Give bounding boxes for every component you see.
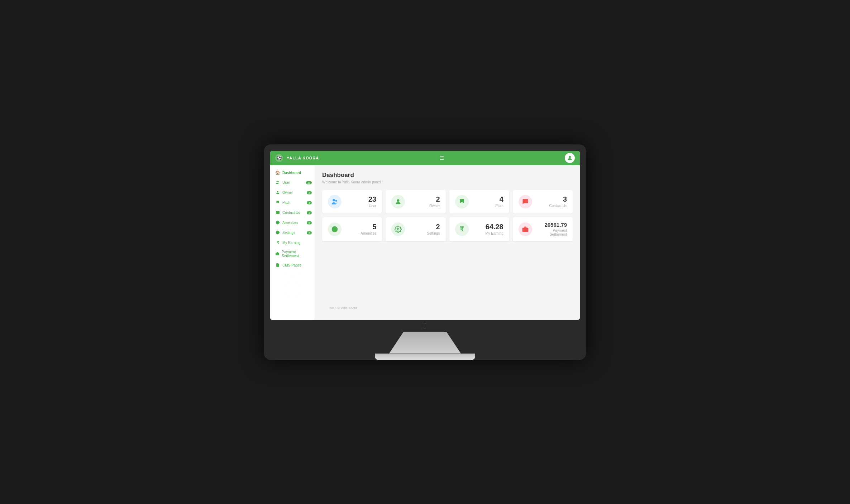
pitch-stat-icon [455, 195, 469, 208]
payment-stat-number: 26561.79 [536, 222, 567, 227]
contact-stat-number: 3 [536, 196, 567, 203]
sidebar-item-dashboard[interactable]: 🏠 Dashboard [270, 168, 315, 178]
stats-grid-row1: 23 User 2 Own [322, 190, 573, 213]
sidebar: 🏠 Dashboard User 23 [270, 165, 315, 320]
user-stat-label: User [346, 204, 376, 208]
navbar: ⚽ YALLA KOORA ☰ [270, 151, 580, 165]
monitor: ⚽ YALLA KOORA ☰ 🏠 Dashboar [264, 144, 586, 360]
stats-grid-row2: 5 Amenities 2 [322, 217, 573, 241]
stat-card-owner[interactable]: 2 Owner [386, 190, 445, 213]
monitor-base [375, 354, 475, 360]
pitch-icon [275, 200, 280, 205]
pitch-badge: 4 [307, 201, 312, 204]
stat-card-payment[interactable]: 26561.79 Payment Settlement [513, 217, 573, 241]
svg-point-21 [397, 228, 399, 230]
sidebar-item-earning[interactable]: ₹ My Earning [270, 238, 315, 248]
avatar[interactable] [565, 153, 575, 163]
stat-card-earning[interactable]: ₹ 64.28 My Earning [449, 217, 509, 241]
earning-icon: ₹ [275, 240, 280, 245]
sidebar-label-earning: My Earning [282, 241, 301, 245]
user-badge: 23 [306, 181, 312, 184]
monitor-stand [389, 332, 461, 354]
page-title: Dashboard [322, 172, 573, 179]
amenities-stat-icon [328, 222, 342, 236]
sidebar-item-pitch[interactable]: Pitch 4 [270, 198, 315, 208]
svg-marker-10 [290, 269, 294, 273]
amenities-icon [275, 220, 280, 225]
payment-stat-icon [519, 222, 532, 236]
amenities-stat-number: 5 [346, 223, 376, 230]
footer: 2018 © Yalla Koora. [322, 241, 573, 313]
sidebar-item-owner[interactable]: Owner 2 [270, 188, 315, 198]
amenities-stat-label: Amenities [346, 231, 376, 235]
apple-logo:  [270, 321, 580, 331]
contact-badge: 3 [307, 211, 312, 214]
owner-badge: 2 [307, 191, 312, 194]
sidebar-item-settings[interactable]: Settings 2 [270, 228, 315, 238]
settings-stat-icon [391, 222, 405, 236]
page-subtitle: Welcome to Yalla Koora admin panel ! [322, 180, 573, 184]
owner-stat-info: 2 Owner [409, 196, 440, 208]
menu-icon[interactable]: ☰ [440, 155, 444, 161]
sidebar-label-owner: Owner [282, 191, 293, 195]
svg-point-17 [397, 199, 400, 202]
settings-stat-label: Settings [409, 231, 440, 235]
main-area: 🏠 Dashboard User 23 [270, 165, 580, 320]
stat-card-user[interactable]: 23 User [322, 190, 382, 213]
svg-marker-14 [291, 283, 295, 287]
brand-icon: ⚽ [275, 154, 283, 162]
contact-stat-icon [519, 195, 532, 208]
contact-icon [275, 210, 280, 215]
stat-card-pitch[interactable]: 4 Pitch [449, 190, 509, 213]
settings-stat-info: 2 Settings [409, 223, 440, 235]
stat-card-settings[interactable]: 2 Settings [386, 217, 445, 241]
sidebar-label-amenities: Amenities [282, 221, 298, 225]
svg-point-0 [569, 156, 571, 158]
sidebar-item-contact[interactable]: Contact Us 3 [270, 208, 315, 218]
sidebar-decoration [270, 255, 315, 320]
contact-stat-info: 3 Contact Us [536, 196, 567, 208]
svg-rect-22 [522, 227, 528, 232]
pitch-stat-number: 4 [473, 196, 503, 203]
earning-stat-number: 64.28 [473, 223, 503, 230]
sidebar-label-pitch: Pitch [282, 201, 290, 205]
settings-icon [275, 230, 280, 235]
screen: ⚽ YALLA KOORA ☰ 🏠 Dashboar [270, 151, 580, 320]
sidebar-label-user: User [282, 181, 290, 184]
app-wrapper: ⚽ YALLA KOORA ☰ 🏠 Dashboar [270, 151, 580, 320]
svg-point-16 [335, 200, 337, 202]
sidebar-label-dashboard: Dashboard [282, 171, 301, 175]
sidebar-label-settings: Settings [282, 231, 295, 235]
footer-text: 2018 © Yalla Koora. [329, 306, 358, 310]
svg-rect-7 [276, 253, 279, 255]
svg-marker-11 [285, 263, 288, 269]
stat-card-contact[interactable]: 3 Contact Us [513, 190, 573, 213]
amenities-badge: 5 [307, 221, 312, 224]
sidebar-item-amenities[interactable]: Amenities 5 [270, 218, 315, 228]
owner-stat-label: Owner [409, 204, 440, 208]
svg-marker-9 [291, 259, 295, 263]
pitch-stat-info: 4 Pitch [473, 196, 503, 208]
svg-point-15 [333, 199, 335, 201]
earning-stat-label: My Earning [473, 231, 503, 235]
content-area: Dashboard Welcome to Yalla Koora admin p… [315, 165, 580, 320]
sidebar-item-user[interactable]: User 23 [270, 178, 315, 188]
svg-point-1 [277, 181, 278, 182]
contact-stat-label: Contact Us [536, 204, 567, 208]
svg-point-3 [277, 191, 278, 192]
earning-stat-icon: ₹ [455, 222, 469, 236]
owner-icon [275, 190, 280, 195]
settings-stat-number: 2 [409, 223, 440, 230]
pitch-stat-label: Pitch [473, 204, 503, 208]
stat-card-amenities[interactable]: 5 Amenities [322, 217, 382, 241]
user-stat-number: 23 [346, 196, 376, 203]
payment-stat-label: Payment Settlement [536, 229, 567, 236]
svg-marker-12 [297, 263, 300, 269]
owner-stat-icon [391, 195, 405, 208]
owner-stat-number: 2 [409, 196, 440, 203]
earning-stat-info: 64.28 My Earning [473, 223, 503, 235]
home-icon: 🏠 [275, 171, 280, 175]
settings-badge: 2 [307, 231, 312, 234]
amenities-stat-info: 5 Amenities [346, 223, 376, 235]
sidebar-label-contact: Contact Us [282, 211, 300, 215]
